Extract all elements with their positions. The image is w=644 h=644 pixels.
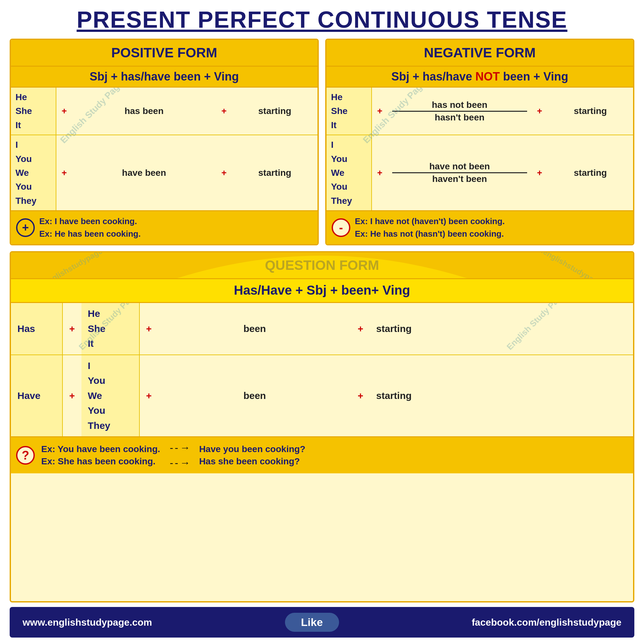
have-cell: Have [11,355,62,437]
negative-header: NEGATIVE FORM [327,40,633,67]
neg-ending1: starting [548,88,633,135]
negative-example-text: Ex: I have not (haven't) been cooking. E… [355,215,505,240]
footer-right: facebook.com/englishstudypage [472,617,621,628]
neg-ending2: starting [548,135,633,210]
ending-cell2: starting [232,135,317,210]
plus-circle: + [16,218,35,237]
has-cell: Has [11,303,62,355]
ending-cell: starting [232,88,317,135]
subject-cell2: IYouWeYouThey [11,135,56,210]
q-plus3: + [351,303,370,355]
arrow1: - - → [170,442,189,454]
question-card: www.englishstudypage.com www.englishstud… [10,251,634,602]
q-starting1: starting [370,303,633,355]
positive-card: POSITIVE FORM Sbj + has/have been + Ving… [10,39,319,245]
q-plus2: + [139,303,158,355]
negative-examples: - Ex: I have not (haven't) been cooking.… [327,210,633,244]
positive-table: HeSheIt + has been + starting IYouWeYouT… [11,88,317,210]
table-row: IYouWeYouThey + have not been haven't be… [327,135,633,210]
q-subj2: IYouWeYouThey [81,355,139,437]
plus-sign2: + [216,88,232,135]
negative-card: NEGATIVE FORM Sbj + has/have NOT been + … [325,39,634,245]
table-row: Have + IYouWeYouThey + been + starting [11,355,633,437]
footer: www.englishstudypage.com Like facebook.c… [10,607,634,638]
neg-subject-cell2: IYouWeYouThey [327,135,372,210]
q-starting2: starting [370,355,633,437]
q-plus6: + [351,355,370,437]
main-title: PRESENT PERFECT CONTINUOUS TENSE [10,6,634,33]
neg-subject-cell: HeSheIt [327,88,372,135]
top-row: POSITIVE FORM Sbj + has/have been + Ving… [10,39,634,245]
q-subj1: HeSheIt [81,303,139,355]
table-row: HeSheIt + has been + starting [11,88,317,135]
question-ex-left: Ex: You have been cooking. Ex: She has b… [41,444,160,467]
negative-table: HeSheIt + has not been hasn't been + sta… [327,88,633,210]
footer-left: www.englishstudypage.com [23,617,152,628]
neg-verb-cell1: has not been hasn't been [388,88,532,135]
table-row: IYouWeYouThey + have been + starting [11,135,317,210]
plus-sign: + [56,88,72,135]
question-ex-content: Ex: You have been cooking. Ex: She has b… [41,442,305,469]
question-formula: Has/Have + Sbj + been+ Ving [11,278,633,303]
have-been-cell: have been [72,135,216,210]
q-plus1: + [62,303,81,355]
q-been2: been [158,355,351,437]
question-header-area: www.englishstudypage.com www.englishstud… [11,252,633,278]
q-ex-text3: Have you been cooking? [199,444,305,454]
has-been-cell: has been [72,88,216,135]
q-been1: been [158,303,351,355]
negative-formula: Sbj + has/have NOT been + Ving [327,67,633,88]
question-arrows: - - → - - → [170,442,189,469]
neg-plus1: + [372,88,388,135]
subject-cell: HeSheIt [11,88,56,135]
positive-body: English Study Page HeSheIt + has been + … [11,88,317,210]
q-ex-text2: Ex: She has been cooking. [41,456,160,467]
arch-svg [177,252,467,278]
arrow2: - - → [170,457,189,469]
table-row: Has + HeSheIt + been + starting [11,303,633,355]
q-plus4: + [62,355,81,437]
neg-verb-cell2: have not been haven't been [388,135,532,210]
not-word: NOT [475,70,500,83]
question-section: www.englishstudypage.com www.englishstud… [10,251,634,638]
minus-circle: - [332,218,350,237]
question-table: Has + HeSheIt + been + starting Have + I… [11,303,633,436]
question-body: English Study Page English Study Page Ha… [11,303,633,436]
table-row: HeSheIt + has not been hasn't been + sta… [327,88,633,135]
q-ex-text4: Has she been cooking? [199,456,305,467]
positive-examples: + Ex: I have been cooking. Ex: He has be… [11,210,317,244]
question-examples: ? Ex: You have been cooking. Ex: She has… [11,436,633,473]
plus-sign4: + [216,135,232,210]
neg-plus4: + [532,135,548,210]
negative-body: English Study Page HeSheIt + has not bee… [327,88,633,210]
positive-formula: Sbj + has/have been + Ving [11,67,317,88]
q-plus5: + [139,355,158,437]
q-ex-text1: Ex: You have been cooking. [41,444,160,454]
neg-plus2: + [532,88,548,135]
like-button[interactable]: Like [285,613,339,632]
positive-example-text: Ex: I have been cooking. Ex: He has been… [39,215,141,240]
question-circle: ? [16,446,35,465]
plus-sign3: + [56,135,72,210]
positive-header: POSITIVE FORM [11,40,317,67]
question-ex-right: Have you been cooking? Has she been cook… [199,444,305,467]
neg-plus3: + [372,135,388,210]
